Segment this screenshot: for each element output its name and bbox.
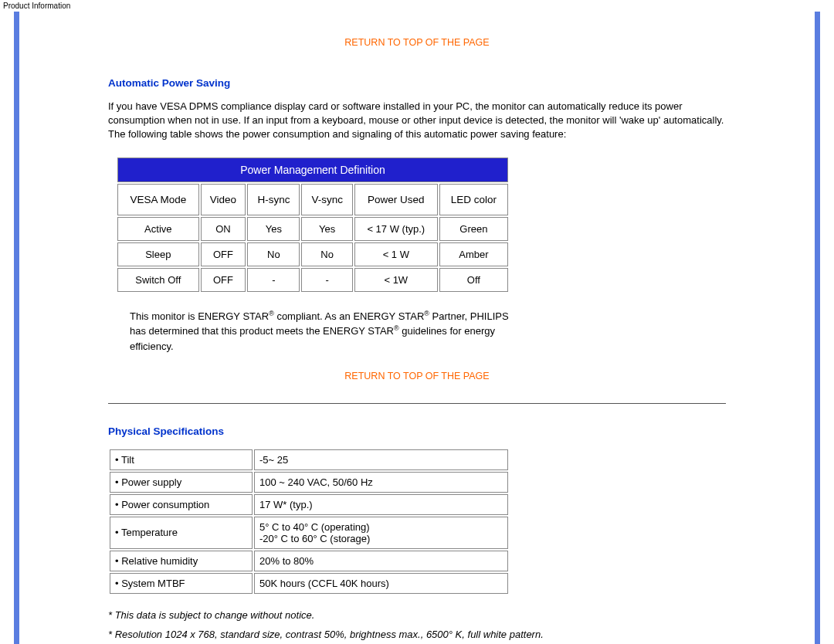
energy-text: This monitor is ENERGY STAR	[130, 310, 269, 322]
physical-specs-table: • Tilt -5~ 25 • Power supply 100 ~ 240 V…	[108, 448, 510, 595]
pm-cell: Green	[439, 217, 508, 241]
content-area: RETURN TO TOP OF THE PAGE Automatic Powe…	[108, 12, 726, 640]
return-to-top-link[interactable]: RETURN TO TOP OF THE PAGE	[344, 371, 489, 381]
power-table-wrap: Power Management Definition VESA Mode Vi…	[116, 156, 718, 354]
spec-row: • Relative humidity 20% to 80%	[110, 551, 508, 571]
pm-col-power: Power Used	[354, 184, 438, 215]
section-divider	[108, 403, 726, 404]
heading-auto-power-saving: Automatic Power Saving	[108, 77, 726, 89]
page-header-label: Product Information	[0, 0, 834, 12]
pm-cell: < 1W	[354, 268, 438, 292]
pm-cell: Amber	[439, 242, 508, 266]
pm-cell: OFF	[201, 268, 246, 292]
spec-label: • Tilt	[110, 449, 253, 470]
spec-row: • Power supply 100 ~ 240 VAC, 50/60 Hz	[110, 472, 508, 493]
spec-value: 20% to 80%	[254, 551, 508, 571]
return-link-mid-wrap: RETURN TO TOP OF THE PAGE	[108, 370, 726, 381]
pm-cell: < 17 W (typ.)	[354, 217, 438, 241]
reg-mark: ®	[424, 310, 429, 317]
spec-label: • Power consumption	[110, 494, 253, 515]
return-to-top-link[interactable]: RETURN TO TOP OF THE PAGE	[344, 37, 489, 48]
spec-label: • Power supply	[110, 472, 253, 493]
pm-row: Switch Off OFF - - < 1W Off	[117, 268, 508, 292]
spec-row: • Power consumption 17 W* (typ.)	[110, 494, 508, 515]
page-frame: RETURN TO TOP OF THE PAGE Automatic Powe…	[14, 12, 820, 644]
reg-mark: ®	[394, 324, 399, 332]
pm-row: Sleep OFF No No < 1 W Amber	[117, 242, 508, 266]
spec-row: • Temperature 5° C to 40° C (operating) …	[110, 517, 508, 549]
pm-cell: Switch Off	[117, 268, 199, 292]
pm-cell: < 1 W	[354, 242, 438, 266]
pm-cell: Active	[117, 217, 199, 241]
pm-table-title: Power Management Definition	[117, 158, 508, 182]
reg-mark: ®	[269, 310, 274, 317]
energy-text: compliant. As an ENERGY STAR	[274, 310, 425, 322]
spec-value: 17 W* (typ.)	[254, 494, 508, 515]
spec-value: 50K hours (CCFL 40K hours)	[254, 573, 508, 594]
footnote-resolution: * Resolution 1024 x 768, standard size, …	[108, 629, 726, 640]
spec-label: • Relative humidity	[110, 551, 253, 571]
footnote-change: * This data is subject to change without…	[108, 609, 726, 621]
spec-label: • System MTBF	[110, 573, 253, 594]
pm-col-vesa: VESA Mode	[117, 184, 199, 215]
energy-star-note: This monitor is ENERGY STAR® compliant. …	[130, 309, 516, 354]
pm-col-video: Video	[201, 184, 246, 215]
pm-cell: No	[247, 242, 300, 266]
pm-header-row: VESA Mode Video H-sync V-sync Power Used…	[117, 184, 508, 215]
power-management-table: Power Management Definition VESA Mode Vi…	[116, 156, 510, 293]
spec-row: • Tilt -5~ 25	[110, 449, 508, 470]
pm-cell: Off	[439, 268, 508, 292]
heading-physical-specs: Physical Specifications	[108, 425, 726, 437]
pm-cell: -	[301, 268, 352, 292]
pm-cell: ON	[201, 217, 246, 241]
pm-col-hsync: H-sync	[247, 184, 300, 215]
spec-row: • System MTBF 50K hours (CCFL 40K hours)	[110, 573, 508, 594]
spec-value: 5° C to 40° C (operating) -20° C to 60° …	[254, 517, 508, 549]
pm-cell: Yes	[301, 217, 352, 241]
pm-cell: OFF	[201, 242, 246, 266]
pm-col-vsync: V-sync	[301, 184, 352, 215]
pm-col-led: LED color	[439, 184, 508, 215]
pm-cell: No	[301, 242, 352, 266]
return-link-top-wrap: RETURN TO TOP OF THE PAGE	[108, 36, 726, 48]
spec-label: • Temperature	[110, 517, 253, 549]
power-saving-intro: If you have VESA DPMS compliance display…	[108, 100, 726, 142]
pm-cell: Sleep	[117, 242, 199, 266]
spec-value: -5~ 25	[254, 449, 508, 470]
pm-cell: Yes	[247, 217, 300, 241]
pm-row: Active ON Yes Yes < 17 W (typ.) Green	[117, 217, 508, 241]
pm-cell: -	[247, 268, 300, 292]
spec-value: 100 ~ 240 VAC, 50/60 Hz	[254, 472, 508, 493]
